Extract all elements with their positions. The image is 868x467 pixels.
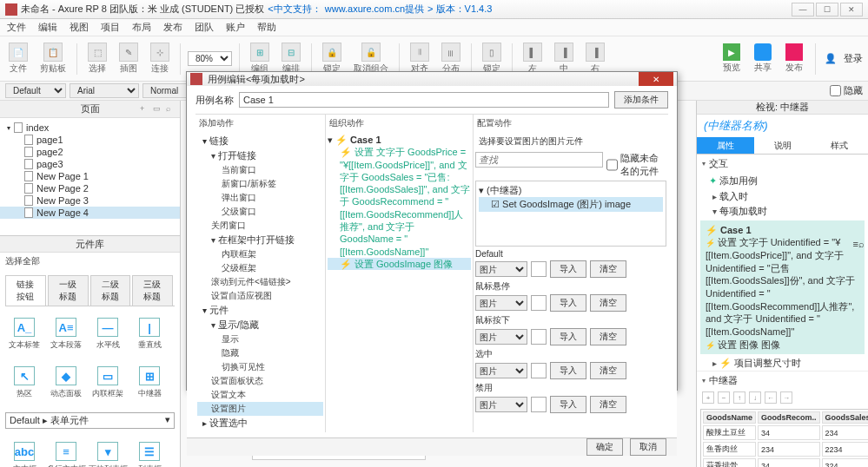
event-itemload[interactable]: ▾ 每项加载时	[697, 204, 868, 219]
image-type-select[interactable]: 图片	[475, 397, 527, 412]
clear-button[interactable]: 清空	[590, 294, 626, 312]
menu-project[interactable]: 项目	[101, 21, 120, 34]
clear-button[interactable]: 清空	[590, 260, 626, 278]
page-item[interactable]: page3	[0, 158, 180, 170]
action-set-text[interactable]: 设置文本	[197, 388, 323, 402]
action-inline-frame[interactable]: 内联框架	[197, 247, 323, 261]
widget-tree[interactable]: ▾ (中继器) ☑ Set GoodsImage (图片) image	[475, 181, 666, 247]
login-link[interactable]: 登录	[844, 52, 863, 65]
import-button[interactable]: 导入	[550, 396, 586, 413]
rep-up-icon[interactable]: ↑	[733, 391, 745, 404]
lib-widget[interactable]: ☰列表框	[129, 434, 170, 467]
page-item[interactable]: New Page 2	[0, 182, 180, 194]
distribute-icon[interactable]: ⫼	[441, 43, 461, 62]
align-center-icon[interactable]: ▐	[554, 43, 573, 62]
image-type-select[interactable]: 图片	[475, 261, 527, 277]
widget-search-input[interactable]	[475, 152, 603, 168]
menu-account[interactable]: 账户	[226, 21, 245, 34]
action-popup[interactable]: 弹出窗口	[197, 191, 323, 205]
hide-unnamed-checkbox[interactable]: 隐藏未命名的元件	[606, 152, 666, 178]
dialog-close-button[interactable]: ✕	[639, 72, 673, 86]
close-button[interactable]: ✕	[840, 3, 863, 16]
clear-button[interactable]: 清空	[590, 362, 626, 379]
image-type-select[interactable]: 图片	[475, 295, 527, 311]
cancel-button[interactable]: 取消	[630, 438, 666, 456]
align-right-icon[interactable]: ▐	[586, 43, 605, 62]
align-icon[interactable]: ⫴	[410, 43, 429, 62]
page-item[interactable]: page1	[0, 134, 180, 146]
import-button[interactable]: 导入	[550, 260, 586, 278]
lib-tab-4[interactable]: 三级标题	[132, 275, 173, 306]
tab-notes[interactable]: 说明	[754, 137, 812, 154]
select-icon[interactable]: ⬚	[88, 43, 107, 62]
lib-tab-1[interactable]: 链接按钮	[5, 275, 46, 306]
clear-button[interactable]: 清空	[590, 328, 626, 345]
action-set-panel[interactable]: 设置面板状态	[197, 374, 323, 388]
unlock-icon[interactable]: 🔓	[361, 43, 381, 62]
rep-add-icon[interactable]: +	[702, 391, 714, 404]
action-adaptive[interactable]: 设置自适应视图	[197, 289, 323, 303]
lib-search-icon[interactable]: ⌕	[858, 239, 865, 249]
case-name-input[interactable]	[239, 92, 609, 108]
page-item[interactable]: New Page 4	[0, 207, 180, 219]
lib-widget[interactable]: ◆动态面板	[45, 358, 87, 407]
import-button[interactable]: 导入	[550, 328, 586, 345]
page-item[interactable]: ▾ index	[0, 122, 180, 134]
lib-widget[interactable]: A≡文本段落	[45, 310, 87, 358]
menu-edit[interactable]: 编辑	[38, 21, 57, 34]
lib-widget[interactable]: ▭内联框架	[87, 358, 129, 407]
action-close-window[interactable]: 关闭窗口	[197, 219, 323, 233]
group-icon[interactable]: ⊞	[250, 43, 269, 62]
add-case-link[interactable]: ✦ 添加用例	[697, 173, 868, 189]
event-load[interactable]: ▸ 载入时	[697, 189, 868, 204]
ok-button[interactable]: 确定	[586, 438, 623, 456]
import-button[interactable]: 导入	[550, 294, 586, 312]
action-toggle[interactable]: 切换可见性	[197, 360, 323, 374]
lib-widget[interactable]: abc文本框	[3, 434, 45, 467]
menu-team[interactable]: 团队	[195, 21, 214, 34]
clipboard-icon[interactable]: 📋	[43, 43, 63, 62]
repeater-data-table[interactable]: GoodsNameGoodsRecom..GoodsSales酸辣土豆丝3423…	[700, 409, 868, 467]
image-type-select[interactable]: 图片	[475, 329, 527, 345]
page-item[interactable]: New Page 3	[0, 194, 180, 207]
tab-properties[interactable]: 属性	[697, 137, 754, 154]
support-link[interactable]: www.axure.com.cn提供	[325, 3, 424, 16]
clear-button[interactable]: 清空	[590, 396, 626, 413]
image-type-select[interactable]: 图片	[475, 363, 527, 378]
action-parent-frame[interactable]: 父级框架	[197, 261, 323, 275]
font-select[interactable]: Arial	[70, 83, 139, 98]
lock-icon[interactable]: 🔒	[322, 43, 341, 62]
lib-widget[interactable]: —水平线	[87, 310, 129, 358]
add-page-icon[interactable]: +	[140, 104, 150, 115]
lib-tab-2[interactable]: 一级标题	[48, 275, 89, 306]
tab-style[interactable]: 样式	[811, 137, 868, 154]
align-left-icon[interactable]: ▌	[523, 43, 542, 62]
action-new-window[interactable]: 新窗口/新标签	[197, 177, 323, 191]
page-item[interactable]: New Page 1	[0, 170, 180, 182]
widget-name[interactable]: (中继器名称)	[697, 115, 868, 137]
lib-widget[interactable]: |垂直线	[129, 310, 170, 358]
default-library-combo[interactable]: Default ▸ 表单元件▾	[5, 412, 175, 429]
rep-left-icon[interactable]: ←	[765, 391, 777, 404]
rep-right-icon[interactable]: →	[780, 391, 792, 404]
share-icon[interactable]	[754, 43, 772, 61]
minimize-button[interactable]: —	[792, 3, 814, 16]
file-icon[interactable]: 📄	[9, 43, 28, 62]
add-condition-button[interactable]: 添加条件	[614, 91, 668, 109]
pen-icon[interactable]: ✎	[119, 43, 138, 62]
import-button[interactable]: 导入	[550, 362, 586, 379]
maximize-button[interactable]: ☐	[816, 3, 838, 16]
search-icon[interactable]: ⌕	[166, 104, 176, 115]
lib-tab-3[interactable]: 二级标题	[90, 275, 131, 306]
menu-help[interactable]: 帮助	[257, 21, 276, 34]
rep-down-icon[interactable]: ↓	[749, 391, 761, 404]
action-hide[interactable]: 隐藏	[197, 346, 323, 360]
action-parent-window[interactable]: 父级窗口	[197, 205, 323, 219]
menu-file[interactable]: 文件	[7, 21, 26, 34]
zoom-select[interactable]: 80%	[188, 51, 232, 66]
event-resize[interactable]: ▸ ⚡ 项目调整尺寸时	[697, 356, 868, 371]
lock2-icon[interactable]: ▯	[482, 43, 501, 62]
menu-view[interactable]: 视图	[70, 21, 89, 34]
lib-widget[interactable]: ▾下拉列表框	[87, 434, 129, 467]
case-block[interactable]: ⚡ Case 1 ⚡ 设置 文字于 Unidentified = "¥[[Ite…	[700, 220, 865, 354]
